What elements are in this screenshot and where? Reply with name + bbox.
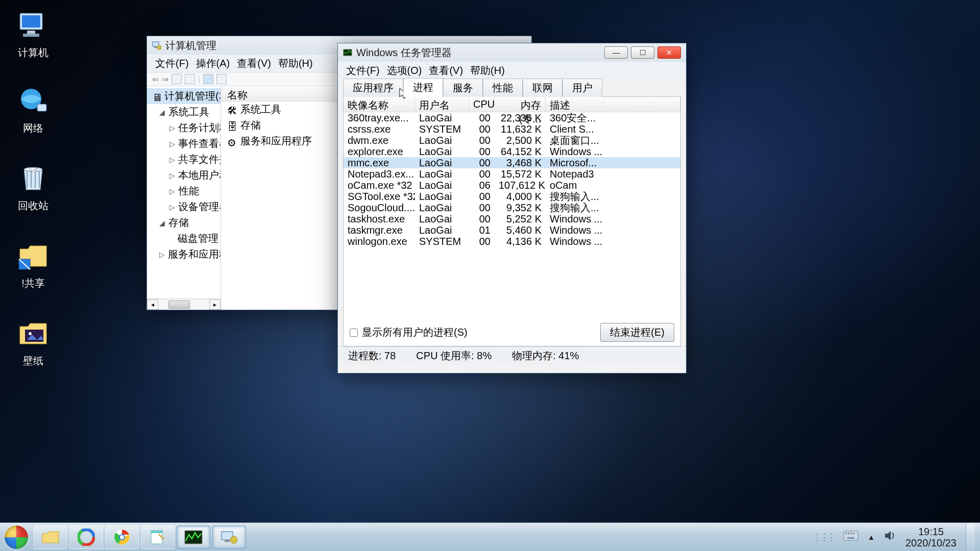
titlebar[interactable]: Windows 任务管理器 — ☐ ✕ [338,43,686,62]
table-row[interactable]: winlogon.exeSYSTEM004,136 KWindows ... [344,236,680,247]
network-icon [15,85,52,117]
table-row[interactable]: 360tray.exe...LaoGai0022,336 K360安全... [344,112,680,123]
menu-help[interactable]: 帮助(H) [467,63,508,79]
menu-file[interactable]: 文件(F) [343,63,383,79]
tree-item[interactable]: 磁盘管理 [147,231,220,246]
menu-file[interactable]: 文件(F) [152,56,192,71]
cell-cpu: 06 [469,180,495,191]
cell-cpu: 00 [469,157,495,169]
tray-grip-icon: ⋮⋮⋮ [813,532,834,543]
tree-item[interactable]: ▷本地用户和组 [147,167,220,183]
taskbar-explorer[interactable] [34,525,67,549]
cell-memory: 4,136 K [495,236,546,247]
tree-item[interactable]: ▷共享文件夹 [147,152,220,167]
menu-options[interactable]: 选项(O) [384,63,425,79]
item-icon: ⚙ [227,137,236,146]
tree-item[interactable]: ▷事件查看器 [147,136,220,152]
tab-5[interactable]: 用户 [562,79,602,97]
checkbox-input[interactable] [350,329,358,337]
tab-4[interactable]: 联网 [523,79,562,97]
desktop-icon-wallpaper[interactable]: 壁纸 [5,317,61,368]
tab-0[interactable]: 应用程序 [343,79,403,97]
scroll-track[interactable] [158,299,209,310]
maximize-button[interactable]: ☐ [631,46,654,59]
table-row[interactable]: taskmgr.exeLaoGai015,460 KWindows ... [344,224,680,236]
toolbar-button[interactable] [172,74,182,84]
column-headers: 映像名称 用户名 CPU 内存(专... 描述 [344,97,680,112]
tree-services[interactable]: ▷服务和应用程序 [147,246,220,262]
menu-action[interactable]: 操作(A) [193,56,233,71]
col-image[interactable]: 映像名称 [344,97,415,112]
table-row[interactable]: dwm.exeLaoGai002,500 K桌面窗口... [344,135,680,146]
tree-storage[interactable]: ◢存储 [147,215,220,231]
show-all-users-checkbox[interactable]: 显示所有用户的进程(S) [350,325,468,339]
tree-root[interactable]: 🖥计算机管理(本地) [147,88,220,104]
svg-rect-1 [22,15,40,28]
svg-point-12 [157,45,161,49]
scroll-left-button[interactable]: ◂ [147,299,158,310]
toolbar-button-help[interactable] [203,74,213,84]
tree-item[interactable]: ▷性能 [147,183,220,199]
keyboard-icon[interactable] [843,531,859,543]
cell-memory: 22,336 K [495,112,546,124]
tree-item[interactable]: ▷设备管理器 [147,199,220,215]
taskbar-compmgmt[interactable] [212,525,246,549]
col-user[interactable]: 用户名 [415,97,469,112]
cell-cpu: 00 [469,123,495,135]
cell-description: 搜狗输入... [546,201,680,215]
tab-1[interactable]: 进程 [403,78,443,97]
tab-2[interactable]: 服务 [443,79,483,97]
toolbar-button[interactable] [185,74,195,84]
show-desktop-button[interactable] [966,523,975,552]
svg-point-9 [29,332,32,335]
cell-description: Windows ... [546,213,680,225]
tray-expand-icon[interactable]: ▲ [868,533,875,541]
cell-memory: 5,460 K [495,224,546,236]
taskbar-notepad[interactable] [141,525,175,549]
table-row[interactable]: explorer.exeLaoGai0064,152 KWindows ... [344,146,680,157]
tray-clock[interactable]: 19:15 2020/10/23 [905,526,957,548]
tree-item[interactable]: ▷任务计划程序 [147,120,220,136]
cell-user: LaoGai [415,146,469,158]
processes-panel: 映像名称 用户名 CPU 内存(专... 描述 360tray.exe...La… [343,96,681,346]
desktop-icon-label: 回收站 [5,199,61,213]
cell-image: taskhost.exe [344,213,415,225]
minimize-button[interactable]: — [604,46,628,59]
menu-view[interactable]: 查看(V) [234,56,274,71]
tree-system-tools[interactable]: ◢系统工具 [147,104,220,120]
taskbar-browser[interactable] [69,525,103,549]
cell-memory: 11,632 K [495,123,546,135]
horizontal-scrollbar[interactable]: ◂ ▸ [147,298,220,310]
cell-description: Windows ... [546,236,680,247]
col-description[interactable]: 描述 [546,97,680,112]
desktop-icon-network[interactable]: 网络 [5,85,61,135]
scroll-right-button[interactable]: ▸ [209,299,220,310]
volume-icon[interactable] [884,530,896,544]
status-cpu: CPU 使用率: 8% [406,349,502,363]
status-bar: 进程数: 78 CPU 使用率: 8% 物理内存: 41% [338,346,686,365]
col-cpu[interactable]: CPU [469,97,495,112]
table-row[interactable]: SogouCloud....LaoGai009,352 K搜狗输入... [344,202,680,213]
process-list: 360tray.exe...LaoGai0022,336 K360安全...cs… [344,112,680,319]
start-button[interactable] [0,523,33,552]
table-row[interactable]: mmc.exeLaoGai003,468 KMicrosof... [344,157,680,168]
window-title: Windows 任务管理器 [356,46,452,60]
desktop-icon-share[interactable]: !共享 [5,240,61,290]
end-process-button[interactable]: 结束进程(E) [600,323,674,342]
table-row[interactable]: Notepad3.ex...LaoGai0015,572 KNotepad3 [344,168,680,180]
cell-description: Windows ... [546,146,680,158]
scroll-thumb[interactable] [168,300,190,309]
taskbar-chrome[interactable] [105,525,139,549]
desktop-icon-computer[interactable]: 计算机 [5,9,61,60]
col-memory[interactable]: 内存(专... [495,97,546,112]
menu-help[interactable]: 帮助(H) [275,56,316,71]
menu-view[interactable]: 查看(V) [426,63,466,79]
taskbar-taskmgr[interactable] [177,525,210,549]
table-row[interactable]: taskhost.exeLaoGai005,252 KWindows ... [344,213,680,224]
toolbar-button[interactable] [216,74,227,84]
svg-rect-28 [848,533,849,534]
desktop-icon-recycle[interactable]: 回收站 [5,162,61,213]
window-title: 计算机管理 [165,39,216,53]
tab-3[interactable]: 性能 [483,79,523,97]
close-button[interactable]: ✕ [657,46,681,59]
